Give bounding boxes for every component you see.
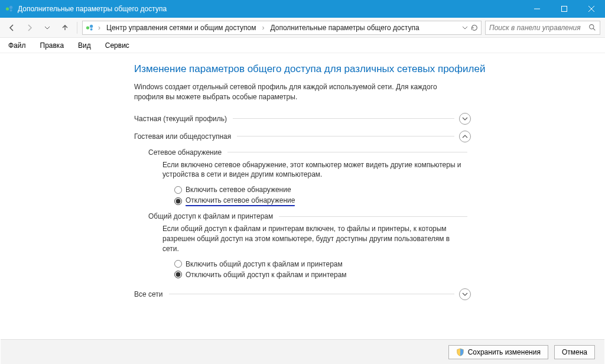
app-icon [5, 4, 14, 14]
breadcrumb-item-network-center[interactable]: Центр управления сетями и общим доступом [104, 22, 259, 33]
svg-point-1 [9, 6, 12, 9]
chevron-right-icon: › [261, 24, 266, 32]
refresh-icon[interactable] [470, 24, 479, 32]
breadcrumb-dropdown-icon[interactable] [462, 25, 468, 31]
chevron-down-icon [459, 288, 471, 300]
page-intro: Windows создает отдельный сетевой профил… [134, 82, 465, 102]
menu-view[interactable]: Вид [76, 40, 93, 51]
minimize-button[interactable] [523, 0, 551, 18]
menu-service[interactable]: Сервис [103, 40, 132, 51]
close-button[interactable] [578, 0, 605, 18]
search-icon [588, 24, 596, 31]
svg-point-2 [10, 9, 12, 12]
back-button[interactable] [5, 21, 19, 35]
svg-line-11 [593, 28, 595, 30]
footer-bar: Сохранить изменения Отмена [1, 339, 604, 364]
forward-button[interactable] [22, 21, 37, 35]
window-titlebar: Дополнительные параметры общего доступа [0, 0, 605, 18]
svg-point-9 [90, 28, 93, 30]
shield-icon [456, 348, 464, 356]
svg-point-0 [6, 7, 9, 10]
up-button[interactable] [58, 21, 72, 35]
chevron-down-icon [459, 113, 471, 125]
network-discovery-title: Сетевое обнаружение [148, 148, 227, 157]
file-printer-sharing-title: Общий доступ к файлам и принтерам [148, 212, 279, 220]
save-changes-button[interactable]: Сохранить изменения [448, 345, 548, 359]
network-discovery-desc: Если включено сетевое обнаружение, этот … [162, 160, 467, 180]
chevron-up-icon [459, 131, 471, 142]
breadcrumb[interactable]: › Центр управления сетями и общим доступ… [82, 21, 482, 35]
profile-guest[interactable]: Гостевая или общедоступная [134, 131, 471, 142]
profile-all-networks[interactable]: Все сети [134, 288, 471, 300]
navigation-bar: › Центр управления сетями и общим доступ… [0, 18, 605, 38]
search-field[interactable] [489, 24, 588, 32]
section-file-printer-sharing: Общий доступ к файлам и принтерам Если о… [148, 212, 467, 280]
profile-guest-label: Гостевая или общедоступная [134, 132, 237, 141]
page-heading: Изменение параметров общего доступа для … [134, 63, 581, 75]
recent-dropdown[interactable] [40, 21, 54, 35]
radio-discovery-off[interactable]: Отключить сетевое обнаружение [174, 195, 467, 207]
section-network-discovery: Сетевое обнаружение Если включено сетево… [148, 148, 467, 208]
chevron-right-icon: › [97, 24, 102, 32]
profile-private[interactable]: Частная (текущий профиль) [134, 113, 471, 125]
file-printer-sharing-desc: Если общий доступ к файлам и принтерам в… [162, 224, 467, 254]
maximize-button[interactable] [551, 0, 578, 18]
menu-bar: Файл Правка Вид Сервис [0, 38, 605, 53]
menu-file[interactable]: Файл [6, 40, 28, 51]
profile-all-networks-label: Все сети [134, 290, 169, 298]
cancel-button[interactable]: Отмена [554, 345, 595, 359]
profile-private-label: Частная (текущий профиль) [134, 115, 233, 123]
search-input[interactable] [485, 21, 600, 35]
content-pane: Изменение параметров общего доступа для … [1, 54, 604, 339]
window-controls [523, 0, 605, 18]
window-title: Дополнительные параметры общего доступа [18, 5, 523, 13]
breadcrumb-item-advanced-sharing[interactable]: Дополнительные параметры общего доступа [268, 22, 422, 33]
network-icon [85, 23, 95, 32]
radio-discovery-on[interactable]: Включить сетевое обнаружение [174, 184, 467, 195]
radio-sharing-off[interactable]: Отключить общий доступ к файлам и принте… [174, 269, 467, 280]
svg-point-7 [86, 26, 89, 29]
svg-point-8 [90, 24, 93, 27]
radio-sharing-on[interactable]: Включить общий доступ к файлам и принтер… [174, 259, 467, 269]
svg-point-10 [590, 25, 594, 29]
menu-edit[interactable]: Правка [38, 40, 67, 51]
svg-rect-4 [562, 6, 567, 12]
